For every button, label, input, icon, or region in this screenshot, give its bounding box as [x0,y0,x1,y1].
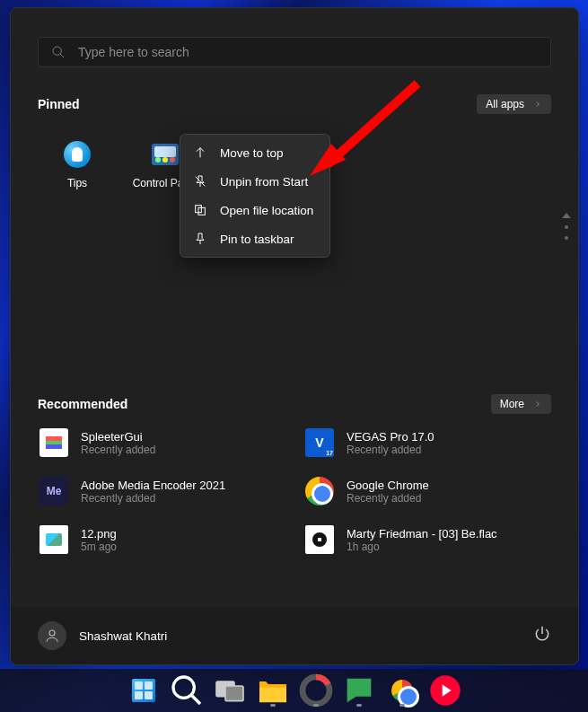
avatar-icon [38,621,66,650]
vegas-icon: V [305,428,334,457]
task-view-icon [212,672,248,708]
rec-item-spleetergui[interactable]: SpleeterGui Recently added [38,426,285,459]
search-icon [169,672,205,708]
tips-icon [62,139,92,170]
rec-name: Adobe Media Encoder 2021 [81,479,225,492]
recommended-title: Recommended [38,397,127,411]
image-file-icon [39,525,68,554]
taskbar-app-circle[interactable] [298,672,334,708]
circle-app-icon [298,672,334,708]
rec-sub: Recently added [81,492,225,505]
file-location-icon [193,203,207,217]
taskbar-search-button[interactable] [169,672,205,708]
pinned-area: Tips Control Panel Move to top Unpin fro… [38,134,551,367]
more-label: More [500,398,524,410]
rec-name: SpleeterGui [81,430,155,444]
ctx-pin-to-taskbar[interactable]: Pin to taskbar [180,224,329,253]
chrome-icon [305,477,334,505]
rec-item-media-encoder[interactable]: Me Adobe Media Encoder 2021 Recently add… [38,475,285,507]
recommended-header: Recommended More [38,394,551,414]
unpin-icon [193,174,207,189]
taskbar-chat-app[interactable] [341,672,377,708]
taskbar-task-view-button[interactable] [212,672,248,708]
spleetergui-icon [39,428,68,457]
rec-sub: Recently added [347,444,434,456]
taskbar-start-button[interactable] [126,672,162,708]
chat-icon [341,672,377,708]
taskbar [0,669,588,712]
svg-point-12 [173,677,194,698]
ctx-label: Open file location [220,204,313,217]
audio-file-icon [305,525,334,554]
rec-sub: Recently added [81,444,155,456]
ctx-label: Move to top [220,146,284,160]
rec-sub: 5m ago [81,541,117,553]
start-icon [132,679,155,702]
rec-item-image[interactable]: 12.png 5m ago [38,523,285,556]
user-account-button[interactable]: Shashwat Khatri [38,621,167,650]
start-menu: Type here to search Pinned All apps Tips… [10,7,579,665]
pinned-title: Pinned [38,97,80,111]
rec-sub: Recently added [347,492,429,505]
folder-icon [255,672,291,708]
rec-sub: 1h ago [347,541,497,553]
control-panel-icon [150,139,180,170]
pinned-pager[interactable] [562,213,571,240]
rec-item-vegas[interactable]: V VEGAS Pro 17.0 Recently added [303,426,551,459]
ctx-label: Pin to taskbar [220,233,294,246]
svg-rect-15 [225,686,243,701]
svg-line-1 [60,54,64,57]
media-encoder-icon: Me [39,477,68,505]
taskbar-chrome[interactable] [384,672,420,708]
pager-up-icon [562,213,571,218]
taskbar-file-explorer[interactable] [255,672,291,708]
all-apps-label: All apps [486,98,524,110]
recommended-grid: SpleeterGui Recently added V VEGAS Pro 1… [38,426,551,556]
chevron-right-icon [533,100,542,109]
search-bar[interactable]: Type here to search [38,37,551,67]
pinned-item-label: Tips [67,177,87,189]
power-icon [533,625,551,643]
rec-name: Google Chrome [347,479,429,492]
svg-point-0 [53,47,61,55]
rec-name: VEGAS Pro 17.0 [347,430,434,444]
power-button[interactable] [533,625,551,646]
taskbar-youtube-music[interactable] [427,672,463,708]
search-icon [51,45,66,59]
more-button[interactable]: More [491,394,551,414]
search-placeholder: Type here to search [78,45,189,59]
chrome-icon [391,680,413,701]
rec-item-chrome[interactable]: Google Chrome Recently added [303,475,551,507]
ctx-unpin-from-start[interactable]: Unpin from Start [180,167,329,196]
arrow-up-icon [193,145,207,160]
ctx-open-file-location[interactable]: Open file location [180,196,329,224]
rec-item-flac[interactable]: Marty Friedman - [03] Be.flac 1h ago [303,523,551,556]
svg-line-13 [191,695,200,704]
rec-name: 12.png [81,527,117,541]
ctx-label: Unpin from Start [220,175,308,189]
pager-dot [565,236,568,240]
user-name: Shashwat Khatri [79,629,167,643]
all-apps-button[interactable]: All apps [477,94,551,114]
context-menu: Move to top Unpin from Start Open file l… [180,134,330,258]
pinned-header: Pinned All apps [38,94,551,114]
svg-point-8 [49,630,55,636]
chevron-right-icon [533,400,542,409]
rec-name: Marty Friedman - [03] Be.flac [347,527,497,541]
pager-dot [565,225,568,229]
pinned-item-tips[interactable]: Tips [38,134,117,195]
start-footer: Shashwat Khatri [11,606,578,664]
youtube-music-icon [427,672,463,708]
pin-icon [193,232,207,246]
ctx-move-to-top[interactable]: Move to top [180,138,329,167]
